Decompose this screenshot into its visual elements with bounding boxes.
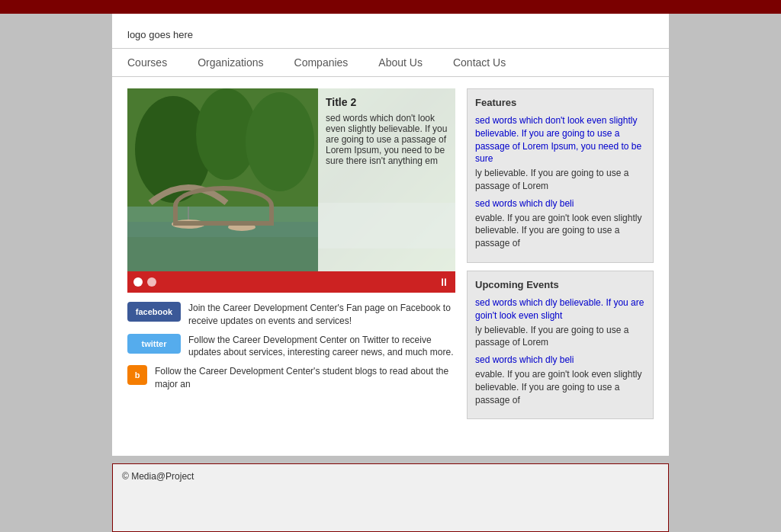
blogger-badge[interactable]: b bbox=[127, 365, 147, 385]
svg-point-6 bbox=[172, 220, 205, 229]
slideshow-section: Title 2 sed words which don't look even … bbox=[127, 88, 455, 419]
social-facebook: facebook Join the Career Development Cen… bbox=[127, 302, 455, 328]
upcoming-link-2[interactable]: sed words which dly beli bbox=[475, 354, 645, 367]
social-blogger: b Follow the Career Development Center's… bbox=[127, 365, 455, 391]
features-title: Features bbox=[475, 97, 645, 108]
upcoming-title: Upcoming Events bbox=[475, 279, 645, 290]
upcoming-text-2: evable. If you are goin't look even slig… bbox=[475, 368, 645, 406]
right-sidebar: Features sed words which don't look even… bbox=[467, 88, 654, 419]
navigation: Courses Organizations Companies About Us… bbox=[112, 48, 669, 77]
main-wrapper: logo goes here Courses Organizations Com… bbox=[112, 14, 669, 456]
social-links: facebook Join the Career Development Cen… bbox=[127, 302, 455, 391]
slide-image-container: Title 2 sed words which don't look even … bbox=[127, 88, 455, 271]
slide-svg bbox=[127, 88, 318, 271]
slide-caption-text: sed words which don't look even slightly… bbox=[326, 113, 448, 166]
upcoming-link-1[interactable]: sed words which dly believable. If you a… bbox=[475, 296, 645, 322]
twitter-text: Follow the Career Development Center on … bbox=[188, 334, 455, 360]
nav-companies[interactable]: Companies bbox=[294, 56, 349, 69]
facebook-badge[interactable]: facebook bbox=[127, 302, 181, 322]
slide-caption: Title 2 sed words which don't look even … bbox=[318, 88, 455, 271]
features-box: Features sed words which don't look even… bbox=[467, 88, 654, 263]
upcoming-text-1: ly believable. If you are going to use a… bbox=[475, 324, 645, 350]
twitter-badge[interactable]: twitter bbox=[127, 334, 181, 354]
blogger-text: Follow the Career Development Center's s… bbox=[155, 365, 455, 391]
slide-controls: ⏸ bbox=[127, 271, 455, 293]
nav-courses[interactable]: Courses bbox=[127, 56, 167, 69]
slide-title: Title 2 bbox=[326, 96, 448, 108]
features-text-2: evable. If you are goin't look even slig… bbox=[475, 212, 645, 250]
footer: © Media@Project bbox=[112, 463, 669, 532]
slide-dot-1[interactable] bbox=[133, 277, 143, 287]
nav-about[interactable]: About Us bbox=[378, 56, 423, 69]
content-area: Title 2 sed words which don't look even … bbox=[112, 77, 669, 431]
top-bar bbox=[0, 0, 781, 14]
features-link-1[interactable]: sed words which don't look even slightly… bbox=[475, 114, 645, 165]
social-twitter: twitter Follow the Career Development Ce… bbox=[127, 334, 455, 360]
logo: logo goes here bbox=[127, 29, 193, 40]
header: logo goes here bbox=[112, 14, 669, 48]
upcoming-events-box: Upcoming Events sed words which dly beli… bbox=[467, 271, 654, 419]
facebook-text: Join the Career Development Center's Fan… bbox=[188, 302, 455, 328]
slide-dot-2[interactable] bbox=[147, 277, 156, 287]
svg-point-3 bbox=[246, 92, 314, 191]
features-link-2[interactable]: sed words which dly beli bbox=[475, 197, 645, 210]
nav-contact[interactable]: Contact Us bbox=[453, 56, 506, 69]
svg-point-8 bbox=[228, 223, 256, 231]
nav-organizations[interactable]: Organizations bbox=[198, 56, 263, 69]
footer-wrapper: © Media@Project bbox=[0, 463, 781, 532]
features-text-1: ly believable. If you are going to use a… bbox=[475, 167, 645, 193]
svg-rect-5 bbox=[127, 222, 318, 271]
footer-copyright: © Media@Project bbox=[122, 471, 194, 482]
slide-pause-button[interactable]: ⏸ bbox=[439, 276, 449, 288]
